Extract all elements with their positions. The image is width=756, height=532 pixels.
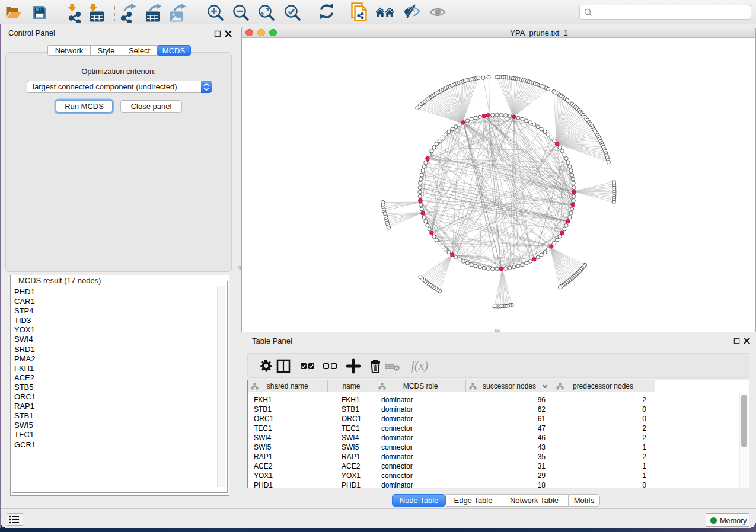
svg-text:f(x): f(x) (411, 358, 428, 373)
